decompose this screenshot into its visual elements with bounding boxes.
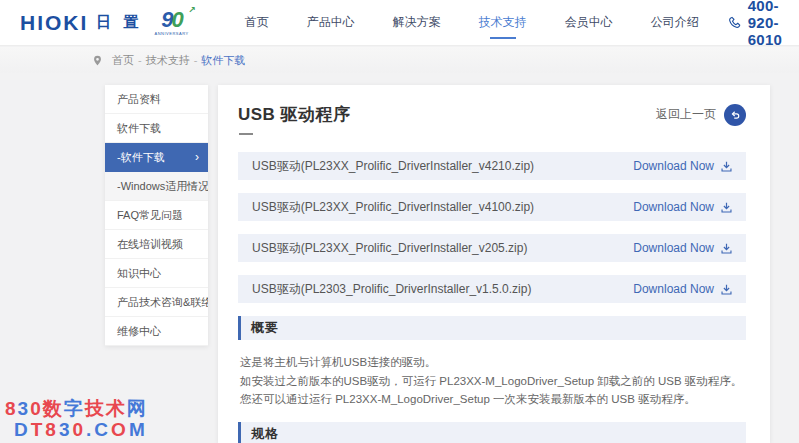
watermark-line2: DT830.COM [5,419,148,440]
site-watermark: 830数字技术网 DT830.COM [5,398,148,440]
watermark-line1: 830数字技术网 [5,398,148,419]
nav-item-home[interactable]: 首页 [243,8,271,37]
summary-text: 这是将主机与计算机USB连接的驱动。 如安装过之前版本的USB驱动，可运行 PL… [240,353,746,409]
breadcrumb-separator: - [138,54,142,66]
file-name: USB驱动(PL23XX_Prolific_DriverInstaller_v4… [252,199,534,216]
brand-wordmark: HIOKI [20,11,88,35]
download-icon [720,160,733,173]
page-title: USB 驱动程序 [238,103,351,126]
sidebar-item-tech-contact[interactable]: 产品技术咨询&联络 [105,288,208,317]
nav-item-company[interactable]: 公司介绍 [649,8,701,37]
back-label: 返回上一页 [656,106,716,123]
location-pin-icon [92,55,103,66]
phone-icon [727,15,742,30]
logo[interactable]: HIOKI 日 置 90 ↗ ANNIVERSARY [20,9,189,36]
download-row: USB驱动(PL23XX_Prolific_DriverInstaller_v4… [238,193,746,221]
file-name: USB驱动(PL2303_Prolific_DriverInstaller_v1… [252,281,531,298]
nav-item-support[interactable]: 技术支持 [477,8,529,37]
top-header: HIOKI 日 置 90 ↗ ANNIVERSARY 首页 产品中心 解决方案 … [0,0,799,46]
anniversary-badge-icon: 90 ↗ ANNIVERSARY [155,9,189,36]
anniversary-caption: ANNIVERSARY [155,32,189,36]
sidebar-item-software-download-sub[interactable]: -软件下载 › [105,143,208,172]
phone-contact: 400-920-6010 [727,0,783,48]
back-icon[interactable] [724,104,746,126]
download-link[interactable]: Download Now [633,159,733,173]
brand-chinese: 日 置 [96,13,142,32]
breadcrumb: 首页 - 技术支持 - 软件下载 [0,47,799,73]
summary-line: 如安装过之前版本的USB驱动，可运行 PL23XX-M_LogoDriver_S… [240,372,746,391]
sidebar-item-software-download[interactable]: 软件下载 [105,114,208,143]
file-name: USB驱动(PL23XX_Prolific_DriverInstaller_v2… [252,240,527,257]
title-underline [239,133,253,135]
breadcrumb-separator: - [194,54,198,66]
download-row: USB驱动(PL2303_Prolific_DriverInstaller_v1… [238,275,746,303]
main-nav: 首页 产品中心 解决方案 技术支持 会员中心 公司介绍 [243,8,701,37]
content-panel: USB 驱动程序 返回上一页 USB驱动(PL23XX_Prolific_Dri… [218,85,770,443]
sidebar-item-online-training[interactable]: 在线培训视频 [105,230,208,259]
back-link[interactable]: 返回上一页 [656,104,746,126]
download-row: USB驱动(PL23XX_Prolific_DriverInstaller_v4… [238,152,746,180]
download-icon [720,201,733,214]
sidebar-item-windows-compat[interactable]: -Windows适用情况 [105,172,208,201]
download-link[interactable]: Download Now [633,241,733,255]
download-icon [720,283,733,296]
download-row: USB驱动(PL23XX_Prolific_DriverInstaller_v2… [238,234,746,262]
nav-item-products[interactable]: 产品中心 [305,8,357,37]
nav-item-members[interactable]: 会员中心 [563,8,615,37]
side-menu: 产品资料 软件下载 -软件下载 › -Windows适用情况 FAQ常见问题 在… [105,85,208,346]
summary-section-header: 概要 [238,316,746,340]
download-link[interactable]: Download Now [633,200,733,214]
download-link[interactable]: Download Now [633,282,733,296]
phone-number[interactable]: 400-920-6010 [748,0,783,48]
sidebar-item-product-docs[interactable]: 产品资料 [105,85,208,114]
summary-line: 这是将主机与计算机USB连接的驱动。 [240,353,746,372]
sidebar-item-faq[interactable]: FAQ常见问题 [105,201,208,230]
arrow-up-right-icon: ↗ [188,6,196,15]
breadcrumb-home[interactable]: 首页 [112,53,134,68]
breadcrumb-support[interactable]: 技术支持 [146,53,190,68]
file-name: USB驱动(PL23XX_Prolific_DriverInstaller_v4… [252,158,534,175]
sidebar-item-repair-center[interactable]: 维修中心 [105,317,208,346]
download-icon [720,242,733,255]
spec-section-header: 规格 [238,422,746,443]
summary-line: 您还可以通过运行 PL23XX-M_LogoDriver_Setup 一次来安装… [240,390,746,409]
nav-item-solutions[interactable]: 解决方案 [391,8,443,37]
sidebar-item-knowledge-center[interactable]: 知识中心 [105,259,208,288]
chevron-right-icon: › [195,151,199,163]
breadcrumb-current[interactable]: 软件下载 [201,53,245,68]
